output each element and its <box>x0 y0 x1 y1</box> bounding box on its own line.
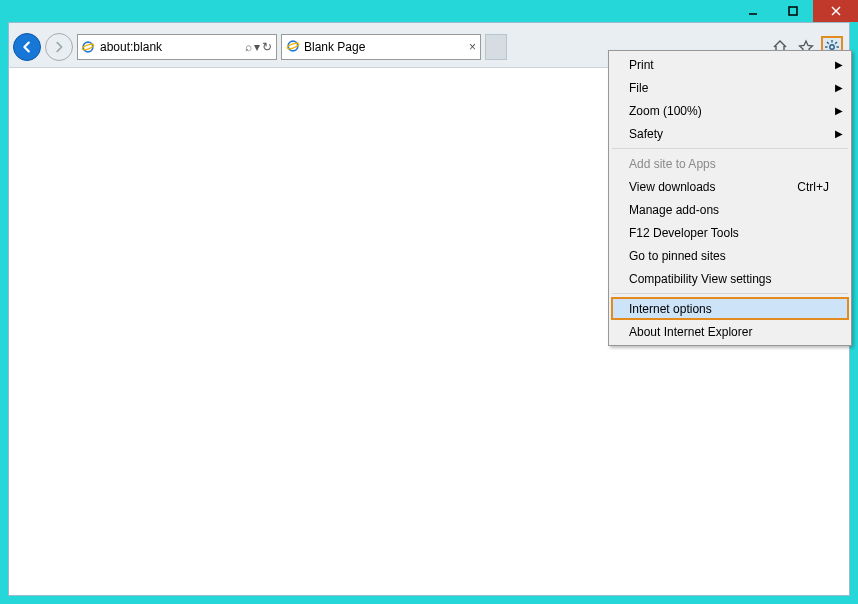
address-actions: ⌕ ▾ ↻ <box>241 40 276 54</box>
submenu-arrow-icon: ▶ <box>835 59 843 70</box>
maximize-button[interactable] <box>773 0 813 22</box>
forward-button[interactable] <box>45 33 73 61</box>
menu-file[interactable]: File▶ <box>611 76 849 99</box>
dropdown-icon[interactable]: ▾ <box>254 40 260 54</box>
address-bar[interactable]: ⌕ ▾ ↻ <box>77 34 277 60</box>
submenu-arrow-icon: ▶ <box>835 105 843 116</box>
window-frame: ⌕ ▾ ↻ Blank Page × Print▶ <box>0 0 858 604</box>
menu-pinned[interactable]: Go to pinned sites <box>611 244 849 267</box>
svg-line-16 <box>835 42 837 44</box>
tab-close-icon[interactable]: × <box>469 40 476 54</box>
menu-print[interactable]: Print▶ <box>611 53 849 76</box>
tools-menu: Print▶ File▶ Zoom (100%)▶ Safety▶ Add si… <box>608 50 852 346</box>
menu-add-site: Add site to Apps <box>611 152 849 175</box>
menu-separator <box>612 148 848 149</box>
url-input[interactable] <box>98 40 241 54</box>
menu-downloads[interactable]: View downloadsCtrl+J <box>611 175 849 198</box>
back-button[interactable] <box>13 33 41 61</box>
new-tab-button[interactable] <box>485 34 507 60</box>
window-titlebar <box>733 0 858 22</box>
menu-compat[interactable]: Compatibility View settings <box>611 267 849 290</box>
menu-safety[interactable]: Safety▶ <box>611 122 849 145</box>
ie-icon <box>286 39 300 56</box>
tab-title: Blank Page <box>304 40 365 54</box>
shortcut-label: Ctrl+J <box>777 180 829 194</box>
submenu-arrow-icon: ▶ <box>835 82 843 93</box>
svg-point-8 <box>830 45 834 49</box>
menu-separator <box>612 293 848 294</box>
menu-addons[interactable]: Manage add-ons <box>611 198 849 221</box>
svg-rect-1 <box>789 7 797 15</box>
menu-internet-options[interactable]: Internet options <box>611 297 849 320</box>
close-button[interactable] <box>813 0 858 22</box>
svg-line-13 <box>827 42 829 44</box>
ie-icon <box>78 40 98 54</box>
minimize-button[interactable] <box>733 0 773 22</box>
refresh-icon[interactable]: ↻ <box>262 40 272 54</box>
menu-f12[interactable]: F12 Developer Tools <box>611 221 849 244</box>
search-icon[interactable]: ⌕ <box>245 40 252 54</box>
menu-about[interactable]: About Internet Explorer <box>611 320 849 343</box>
browser-tab[interactable]: Blank Page × <box>281 34 481 60</box>
submenu-arrow-icon: ▶ <box>835 128 843 139</box>
menu-zoom[interactable]: Zoom (100%)▶ <box>611 99 849 122</box>
